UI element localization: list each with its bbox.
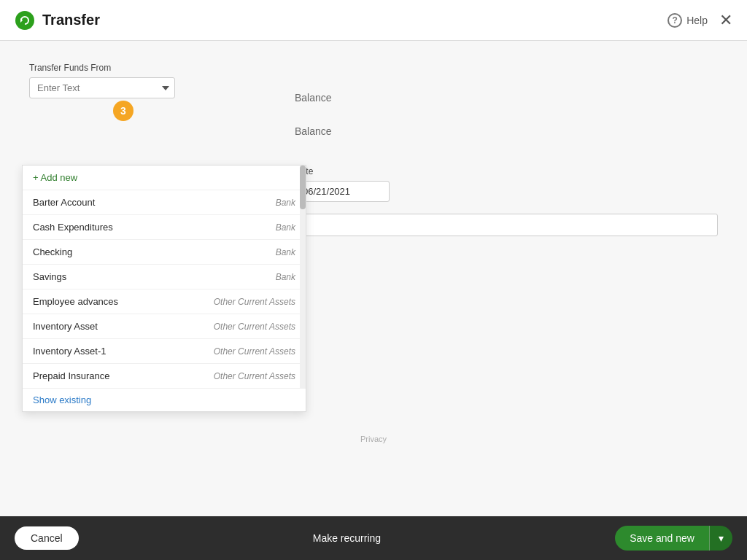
help-label: Help	[686, 15, 708, 26]
save-and-new-arrow-button[interactable]: ▾	[709, 526, 732, 551]
item-name: Checking	[33, 246, 72, 257]
item-type: Other Current Assets	[214, 297, 295, 307]
left-column: Transfer Funds From + Add new Barter Acc…	[29, 63, 251, 236]
balance-to-label: Balance	[295, 125, 718, 137]
cancel-button[interactable]: Cancel	[15, 526, 79, 550]
dropdown-list: + Add new Barter Account Bank Cash Expen…	[22, 165, 306, 412]
header-left: Transfer	[15, 10, 100, 31]
transfer-from-label: Transfer Funds From	[29, 63, 251, 73]
memo-input[interactable]	[295, 214, 718, 236]
balance-from-label: Balance	[295, 92, 718, 104]
list-item[interactable]: Savings Bank	[23, 265, 306, 289]
list-item[interactable]: Barter Account Bank	[23, 190, 306, 215]
dropdown-items-container: + Add new Barter Account Bank Cash Expen…	[23, 166, 306, 389]
footer: Cancel Make recurring Save and new ▾	[0, 516, 747, 560]
scrollbar	[300, 166, 306, 389]
header-right: ? Help ✕	[667, 12, 732, 28]
item-type: Other Current Assets	[214, 346, 295, 357]
step-badge-1: 3	[113, 101, 133, 121]
list-item[interactable]: Checking Bank	[23, 240, 306, 265]
item-type: Bank	[276, 272, 295, 282]
make-recurring-label: Make recurring	[313, 532, 381, 544]
main-content: 3 3 Transfer Funds From + Add new Barter…	[0, 41, 747, 516]
dialog-header: Transfer ? Help ✕	[0, 0, 747, 41]
svg-point-0	[15, 11, 34, 30]
item-type: Other Current Assets	[214, 371, 295, 381]
date-input[interactable]	[295, 181, 390, 202]
list-item[interactable]: Prepaid Insurance Other Current Assets	[23, 364, 306, 389]
scrollbar-thumb[interactable]	[300, 166, 306, 209]
item-name: Cash Expenditures	[33, 222, 113, 233]
close-button[interactable]: ✕	[719, 12, 732, 28]
transfer-from-input[interactable]	[29, 77, 175, 98]
privacy-text: Privacy	[360, 435, 387, 443]
item-type: Bank	[276, 222, 295, 233]
item-type: Bank	[276, 198, 295, 208]
list-item[interactable]: Inventory Asset-1 Other Current Assets	[23, 339, 306, 364]
page-title: Transfer	[42, 12, 100, 28]
item-name: Prepaid Insurance	[33, 370, 110, 381]
list-item[interactable]: Inventory Asset Other Current Assets	[23, 314, 306, 339]
item-name: Inventory Asset	[33, 321, 98, 332]
save-new-group: Save and new ▾	[615, 526, 732, 551]
quickbooks-logo-icon	[15, 10, 35, 31]
dropdown-add-new[interactable]: + Add new	[23, 166, 306, 190]
list-item[interactable]: Cash Expenditures Bank	[23, 215, 306, 240]
show-existing-link[interactable]: Show existing	[23, 389, 306, 411]
save-and-new-button[interactable]: Save and new	[615, 526, 709, 551]
transfer-from-dropdown[interactable]	[29, 77, 175, 98]
item-type: Bank	[276, 247, 295, 257]
item-name: Barter Account	[33, 197, 95, 208]
item-name: Employee advances	[33, 296, 118, 307]
help-button[interactable]: ? Help	[667, 13, 708, 28]
date-label: Date	[295, 166, 718, 176]
item-type: Other Current Assets	[214, 322, 295, 332]
list-item[interactable]: Employee advances Other Current Assets	[23, 289, 306, 314]
right-column: Balance Balance Date	[280, 63, 718, 236]
item-name: Savings	[33, 271, 66, 282]
add-new-label: + Add new	[33, 172, 77, 183]
help-circle-icon: ?	[667, 13, 682, 28]
form-layout: Transfer Funds From + Add new Barter Acc…	[29, 63, 718, 236]
item-name: Inventory Asset-1	[33, 346, 106, 357]
